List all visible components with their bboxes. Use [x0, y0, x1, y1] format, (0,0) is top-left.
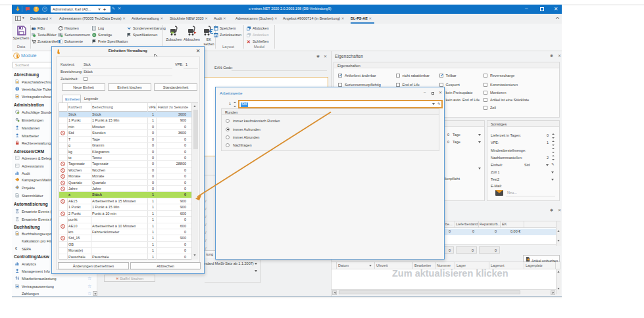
svg-text:€: €: [210, 28, 214, 35]
